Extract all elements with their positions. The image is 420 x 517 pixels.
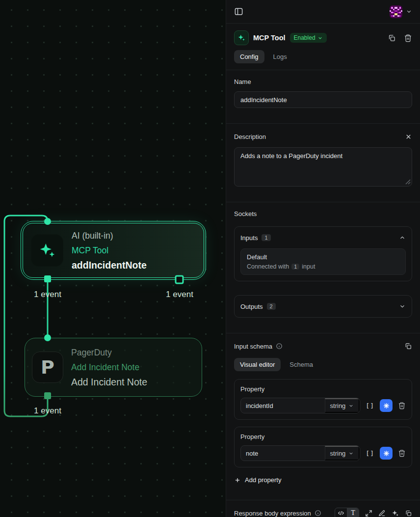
property-row: string [] (240, 398, 406, 413)
config-panel: MCP Tool Enabled Config Logs Name Descri… (226, 0, 420, 517)
node-pagerduty[interactable]: P PagerDuty Add Incident Note Add Incide… (25, 338, 202, 397)
property-card: Property string [] (234, 379, 412, 420)
trash-icon (398, 402, 406, 409)
ai-sparkle-icon (31, 234, 63, 267)
tab-logs[interactable]: Logs (272, 50, 288, 63)
close-icon (405, 133, 412, 140)
ai-generate-button[interactable] (392, 510, 399, 517)
delete-property-button[interactable] (398, 449, 406, 457)
required-toggle-button[interactable] (380, 399, 393, 412)
panel-topbar (226, 0, 420, 24)
property-row: string [] (240, 445, 406, 461)
chevron-up-icon[interactable] (399, 234, 406, 241)
input-schema-section: Input schema Visual editor Schema Proper… (226, 333, 420, 493)
sidebar-toggle-button[interactable] (234, 7, 243, 16)
sockets-section: Sockets Inputs 1 Default Connected with … (226, 202, 420, 327)
response-title: Response body expression (234, 510, 311, 517)
chevron-down-icon[interactable] (399, 303, 406, 310)
tab-visual-editor[interactable]: Visual editor (234, 358, 281, 371)
plus-icon (234, 477, 241, 484)
editor-mode-toggle: T (335, 508, 359, 517)
add-property-button[interactable]: Add property (234, 475, 281, 485)
delete-button[interactable] (404, 34, 412, 42)
schema-tabs: Visual editor Schema (234, 358, 412, 371)
response-section: Response body expression T (226, 500, 420, 517)
copy-icon (388, 34, 396, 42)
workflow-canvas[interactable]: AI (built-in) MCP Tool addIncidentNote P… (0, 0, 226, 517)
array-toggle-button[interactable]: [] (366, 450, 374, 457)
node-category: Add Incident Note (71, 360, 147, 375)
description-section: Description Adds a note to a PagerDuty i… (226, 124, 420, 195)
mcp-tool-icon (234, 30, 249, 45)
name-label: Name (234, 78, 412, 85)
socket-connection-info: Connected with 1 input (247, 263, 399, 270)
header-actions (388, 34, 412, 42)
add-property-label: Add property (245, 476, 281, 484)
name-input[interactable] (234, 91, 412, 108)
info-icon[interactable] (276, 343, 283, 350)
delete-property-button[interactable] (398, 402, 406, 409)
expand-button[interactable] (365, 510, 372, 517)
input-socket-item[interactable]: Default Connected with 1 input (240, 248, 406, 275)
node-mcp-tool[interactable]: AI (built-in) MCP Tool addIncidentNote (21, 221, 206, 280)
copy-schema-button[interactable] (404, 342, 412, 350)
name-section: Name (226, 70, 420, 117)
array-toggle-button[interactable]: [] (366, 402, 374, 409)
description-textarea[interactable]: Adds a note to a PagerDuty incident (234, 147, 412, 187)
property-type-value: string (330, 450, 346, 457)
remove-description-button[interactable] (405, 133, 412, 140)
property-label: Property (240, 385, 406, 393)
sparkle-icon (392, 510, 399, 517)
chevron-down-icon (406, 8, 412, 15)
event-count-label: 1 event (150, 290, 209, 299)
property-name-input[interactable] (241, 450, 325, 457)
inputs-count-badge: 1 (262, 234, 270, 241)
pen-icon (378, 510, 386, 517)
chevron-down-icon (348, 451, 354, 456)
required-toggle-button[interactable] (380, 447, 393, 460)
trash-icon (398, 449, 406, 457)
property-label: Property (240, 433, 406, 440)
property-name-input[interactable] (241, 402, 325, 409)
response-actions: T (335, 508, 412, 517)
copy-expression-button[interactable] (405, 510, 412, 517)
node-subtitle: PagerDuty (71, 345, 147, 360)
edit-button[interactable] (378, 510, 386, 517)
socket-name: Default (247, 253, 399, 261)
code-mode-button[interactable] (335, 508, 347, 517)
connected-count-badge: 1 (291, 264, 299, 270)
status-label: Enabled (294, 34, 315, 41)
node-title: Add Incident Note (71, 375, 147, 389)
outputs-header[interactable]: Outputs 2 (240, 301, 406, 311)
asterisk-icon (383, 450, 390, 457)
property-type-select[interactable]: string (325, 398, 360, 413)
copy-icon (405, 510, 412, 517)
code-icon (338, 510, 344, 517)
asterisk-icon (383, 403, 390, 409)
tab-config[interactable]: Config (234, 50, 264, 63)
text-mode-button[interactable]: T (347, 508, 359, 517)
sockets-title: Sockets (234, 210, 412, 218)
status-badge[interactable]: Enabled (290, 33, 327, 43)
pagerduty-icon: P (32, 352, 63, 383)
trash-icon (404, 34, 412, 42)
chevron-down-icon (348, 403, 354, 408)
inputs-card: Inputs 1 Default Connected with 1 input (234, 226, 412, 281)
user-menu[interactable] (390, 5, 412, 18)
duplicate-button[interactable] (388, 34, 396, 42)
user-avatar (390, 5, 402, 18)
event-count-label: 1 event (18, 406, 77, 416)
outputs-count-badge: 2 (267, 303, 276, 310)
expand-icon (365, 510, 372, 517)
panel-title: MCP Tool (253, 34, 286, 42)
panel-tabs: Config Logs (234, 50, 412, 63)
tab-schema[interactable]: Schema (289, 358, 314, 371)
outputs-card: Outputs 2 (234, 295, 412, 318)
inputs-header[interactable]: Inputs 1 (240, 233, 406, 243)
description-label: Description (234, 133, 266, 140)
connected-suffix: input (302, 263, 315, 270)
resize-handle-icon[interactable] (405, 179, 411, 185)
copy-icon (404, 342, 412, 350)
property-type-select[interactable]: string (325, 446, 360, 461)
info-icon[interactable] (315, 510, 321, 517)
